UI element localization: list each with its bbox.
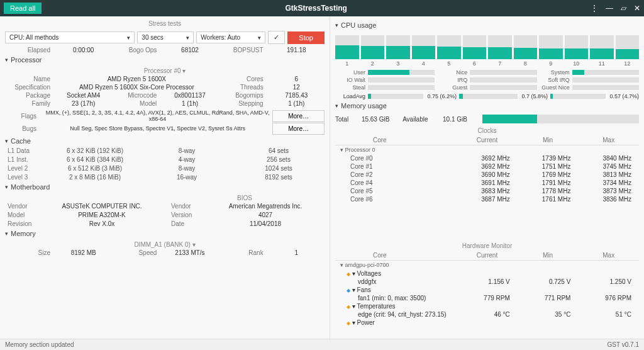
iowait-label: IO Wait: [335, 77, 365, 83]
elapsed-label: Elapsed: [5, 47, 55, 54]
bugs-label: Bugs: [5, 125, 43, 132]
guest-bar: [470, 85, 536, 90]
processor-header[interactable]: ▾Processor: [5, 54, 325, 66]
bugs-value: Null Seg, Spec Store Bypass, Spectre V1,…: [43, 125, 272, 132]
chevron-down-icon: ▾: [5, 230, 8, 237]
processor-selector[interactable]: Processor #0 ▾: [5, 66, 325, 76]
chevron-down-icon: ▾: [127, 35, 130, 41]
package-value: Socket AM4: [55, 92, 111, 99]
cpu-bar: 7: [488, 35, 512, 67]
clock-row: Core #63687 MHz1761 MHz3836 MHz: [335, 195, 639, 203]
mobo-header[interactable]: ▾Motherboard: [5, 181, 325, 193]
menu-icon[interactable]: ⋮: [591, 4, 598, 13]
spec-label: Specification: [5, 84, 55, 91]
model-label: Model: [111, 100, 162, 107]
maximize-icon[interactable]: ▱: [621, 4, 626, 13]
mem-usage-header[interactable]: ▾Memory usage: [335, 99, 639, 112]
chevron-down-icon: ▾: [335, 22, 338, 28]
hw-row: fan1 (min: 0, max: 3500)779 RPM771 RPM97…: [335, 294, 639, 302]
read-all-button[interactable]: Read all: [4, 3, 42, 14]
fans-toggle[interactable]: ◆ ▾ Fans: [335, 286, 457, 293]
clock-row: Core #03692 MHz1739 MHz3840 MHz: [335, 154, 639, 162]
flags-label: Flags: [5, 113, 43, 120]
bios-vendor-value: American Megatrends Inc.: [206, 203, 325, 210]
loadavg-15: 0.57 (4.7%): [550, 93, 639, 99]
guestnice-bar: [572, 85, 639, 90]
package-label: Package: [5, 92, 55, 99]
voltages-toggle[interactable]: ◆ ▾ Voltages: [335, 270, 457, 277]
loadavg-1: 0.75 (6.2%): [368, 93, 457, 99]
chevron-down-icon: ▾: [5, 57, 8, 63]
clocks-header: Clocks: [335, 126, 639, 135]
clock-row: Core #53683 MHz1778 MHz3873 MHz: [335, 187, 639, 195]
clock-row: Core #43691 MHz1791 MHz3734 MHz: [335, 179, 639, 187]
cache-row-label: L1 Data: [5, 147, 49, 154]
cache-size: 6 x 32 KiB (192 KiB): [49, 147, 141, 154]
cache-header[interactable]: ▾Cache: [5, 135, 325, 147]
cache-size: 6 x 64 KiB (384 KiB): [49, 156, 141, 163]
confirm-check[interactable]: ✓: [268, 31, 285, 44]
microcode-value: 0x8001137: [162, 92, 218, 99]
cpu-bar: 6: [463, 35, 487, 67]
cpu-bar: 2: [361, 35, 385, 67]
cpu-bar: 1: [335, 35, 359, 67]
bios-version-value: 4027: [206, 212, 325, 218]
mem-speed-value: 2133 MT/s: [162, 249, 218, 256]
nice-bar: [470, 70, 536, 75]
bops-value: 191.18: [269, 47, 325, 54]
bios-date-value: 11/04/2018: [206, 220, 325, 227]
duration-select[interactable]: 30 secs▾: [137, 31, 194, 43]
hw-row: edge (crit: 94, crit_hyst: 273.15)46 °C3…: [335, 310, 639, 319]
flags-value: MMX, (+), SSE(1, 2, 3, 3S, 4.1, 4.2, 4A)…: [43, 110, 272, 122]
power-toggle[interactable]: ◆ ▾ Power: [335, 319, 457, 326]
system-bar: [572, 70, 639, 75]
bugs-more-button[interactable]: More…: [272, 123, 325, 135]
dimm-selector[interactable]: DIMM_A1 (BANK 0) ▾: [5, 240, 325, 249]
user-label: User: [335, 69, 365, 76]
cpu-bar: 9: [539, 35, 563, 67]
mem-avail-label: Available: [402, 116, 428, 123]
bios-label: BIOS: [5, 193, 325, 203]
stop-button[interactable]: Stop: [287, 31, 325, 44]
spec-value: AMD Ryzen 5 1600X Six-Core Processor: [55, 84, 218, 91]
cpu-usage-header[interactable]: ▾CPU usage: [335, 19, 639, 31]
diamond-icon: ◆: [347, 320, 350, 326]
threads-value: 12: [269, 84, 325, 91]
loadavg-label: LoadAvg: [335, 93, 365, 99]
flags-more-button[interactable]: More…: [272, 110, 325, 122]
close-icon[interactable]: ✕: [634, 4, 640, 13]
workers-select[interactable]: Workers: Auto▾: [196, 31, 265, 43]
cpu-bar: 4: [412, 35, 436, 67]
mem-total-value: 15.63 GiB: [353, 116, 397, 123]
chevron-down-icon: ▾: [186, 35, 189, 41]
stress-header: Stress tests: [5, 19, 325, 28]
cache-way: 8-way: [141, 165, 233, 172]
cache-row-label: L1 Inst.: [5, 156, 49, 163]
loadavg-5: 0.7 (5.8%): [459, 93, 548, 99]
microcode-label: Microcode: [111, 92, 162, 99]
mem-avail-value: 10.1 GiB: [433, 116, 477, 123]
chevron-down-icon: ▾: [335, 103, 338, 109]
stepping-value: 1 (1h): [269, 100, 325, 107]
hwmon-dev-toggle[interactable]: ▾ amdgpu-pci-0700: [335, 261, 639, 269]
cache-way: 4-way: [141, 156, 233, 163]
cache-way: 8-way: [141, 147, 233, 154]
mb-vendor-label: Vendor: [5, 203, 43, 210]
cpu-bar: 3: [386, 35, 410, 67]
mb-model-label: Model: [5, 212, 43, 218]
cpu-method-select[interactable]: CPU: All methods▾: [5, 31, 135, 43]
mem-size-label: Size: [5, 249, 55, 256]
status-right: GST v0.7.1: [608, 341, 639, 348]
elapsed-value: 0:00:00: [55, 47, 111, 54]
bios-date-label: Date: [169, 220, 206, 227]
cpu-bar: 11: [590, 35, 614, 67]
clocks-proc-toggle[interactable]: ▾ Processor 0: [335, 145, 639, 154]
clocks-columns: CoreCurrentMinMax: [335, 135, 639, 145]
model-value: 1 (1h): [162, 100, 218, 107]
memory-header[interactable]: ▾Memory: [5, 227, 325, 240]
cores-label: Cores: [218, 76, 269, 82]
minimize-icon[interactable]: —: [606, 4, 613, 13]
temps-toggle[interactable]: ◆ ▾ Temperatures: [335, 303, 457, 310]
mb-vendor-value: ASUSTeK COMPUTER INC.: [43, 203, 161, 210]
cpu-bar: 5: [437, 35, 461, 67]
